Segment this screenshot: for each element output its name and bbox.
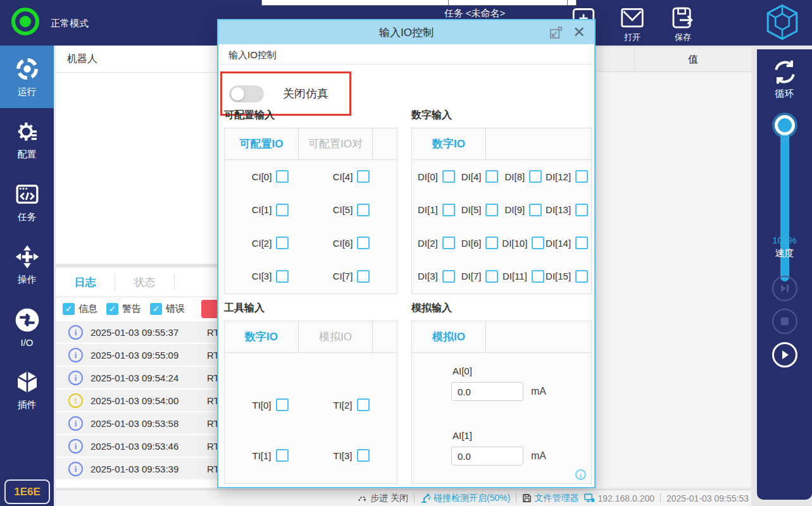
io-checkbox[interactable] [485,270,498,283]
checkbox-checked-icon[interactable]: ✓ [150,303,162,315]
log-timestamp: 2025-01-03 09:53:39 [91,464,197,474]
log-timestamp: 2025-01-03 09:55:37 [91,327,197,338]
statusbar-divider [516,493,516,503]
filter-info[interactable]: ✓ 信息 [63,303,97,315]
io-checkbox-cell: CI[6] [333,237,370,249]
ai1-unit: mA [531,450,546,462]
filter-warning[interactable]: ✓ 警告 [106,303,141,315]
sidebar-item-operate[interactable]: 操作 [0,233,54,296]
io-checkbox[interactable] [357,204,370,216]
io-checkbox[interactable] [485,237,498,249]
tab-模拟IO[interactable]: 模拟IO [412,321,485,352]
sidebar-item-plugin[interactable]: 插件 [0,359,54,421]
io-label: DI[8] [505,171,525,182]
status-badge[interactable]: 1E6E [4,479,50,504]
io-checkbox[interactable] [532,237,544,249]
io-checkbox[interactable] [575,204,588,216]
io-label: DI[6] [461,238,482,249]
tab-可配置IO对[interactable]: 可配置IO对 [299,128,372,159]
io-checkbox[interactable] [575,170,588,183]
collision-label: 碰撞检测开启(50%) [434,493,510,504]
simulation-toggle[interactable] [229,85,264,102]
digital-input-panel: 数字IO DI[0]DI[4]DI[8]DI[12]DI[1]DI[5]DI[9… [411,128,592,294]
io-checkbox[interactable] [442,170,455,183]
io-checkbox[interactable] [276,449,289,462]
speed-slider-knob[interactable] [775,115,795,135]
io-checkbox[interactable] [442,204,455,216]
io-checkbox[interactable] [357,170,370,183]
file-manager-button[interactable]: 文件管理器 [522,493,578,504]
io-label: DI[15] [546,271,571,281]
io-checkbox[interactable] [575,270,588,283]
loop-control[interactable]: 循环 [757,58,812,100]
io-label: CI[1] [252,204,272,215]
io-checkbox-cell: TI[2] [333,398,369,411]
io-label: DI[7] [461,271,482,281]
tab-log[interactable]: 日志 [56,275,115,290]
sidebar-item-task[interactable]: 任务 [0,171,54,233]
io-label: CI[3] [252,271,272,281]
tab-数字IO[interactable]: 数字IO [412,128,485,159]
tab-status[interactable]: 状态 [115,275,174,290]
tab-数字IO[interactable]: 数字IO [225,321,298,352]
step-mode-icon [358,493,368,503]
io-label: DI[13] [546,204,571,215]
sidebar-item-config[interactable]: 配置 [0,108,54,171]
checkbox-checked-icon[interactable]: ✓ [63,303,75,315]
step-mode-status[interactable]: 步进 关闭 [358,493,408,504]
io-checkbox[interactable] [357,398,370,411]
io-checkbox[interactable] [357,449,370,462]
io-checkbox-cell: DI[4] [461,170,499,183]
io-label: DI[12] [546,171,571,182]
io-checkbox[interactable] [442,270,455,283]
open-button[interactable]: 打开 [614,5,651,43]
network-status: 192.168.0.200 [584,493,654,503]
save-icon [670,5,696,30]
io-checkbox[interactable] [532,270,544,283]
tab-divider [174,274,175,290]
io-checkbox[interactable] [357,270,370,283]
play-button[interactable] [772,342,797,367]
tab-模拟IO[interactable]: 模拟IO [299,321,372,352]
ai1-value-input[interactable]: 0.0 [451,447,523,466]
ai0-value-input[interactable]: 0.0 [451,382,523,401]
step-forward-button[interactable] [772,276,797,301]
collision-detection-status[interactable]: 碰撞检测开启(50%) [420,493,510,504]
statusbar-divider [660,493,661,503]
stop-button[interactable] [772,309,797,334]
io-checkbox[interactable] [529,204,542,216]
sidebar-item-label: 操作 [18,274,37,286]
io-checkbox-cell: TI[1] [252,449,288,462]
info-icon[interactable]: i [575,469,586,480]
tab-可配置IO[interactable]: 可配置IO [225,128,298,159]
tab-divider [485,321,486,352]
io-checkbox[interactable] [276,270,289,283]
io-checkbox[interactable] [276,398,289,411]
tool-tab-bar: 数字IO模拟IO [225,321,397,353]
io-checkbox[interactable] [276,170,289,183]
io-checkbox[interactable] [485,204,498,216]
save-button[interactable]: 保存 [665,5,701,43]
io-checkbox[interactable] [529,170,542,183]
robot-status-indicator [11,8,39,35]
filter-error[interactable]: ✓ 错误 [150,303,185,315]
io-checkbox[interactable] [442,237,455,249]
log-timestamp: 2025-01-03 09:54:00 [91,395,197,406]
section-title-analog: 模拟输入 [411,302,452,315]
io-checkbox[interactable] [485,170,498,183]
checkbox-checked-icon[interactable]: ✓ [106,303,118,315]
speed-percent: 100% [757,235,812,245]
io-checkbox[interactable] [575,237,588,249]
gear-icon [15,119,40,144]
io-label: DI[9] [505,204,525,215]
restore-window-icon[interactable] [549,26,563,39]
sidebar-item-io[interactable]: I/O [0,296,54,359]
dialog-header[interactable]: 输入IO控制 ✕ [218,20,594,44]
io-checkbox[interactable] [357,237,370,249]
sidebar-item-run[interactable]: 运行 [0,46,54,108]
io-checkbox[interactable] [276,204,289,216]
io-checkbox-cell: DI[8] [505,170,542,183]
statusbar-divider [414,493,415,503]
status-bar: 步进 关闭 碰撞检测开启(50%) 文件管理器 [56,490,751,506]
io-checkbox[interactable] [276,237,289,249]
